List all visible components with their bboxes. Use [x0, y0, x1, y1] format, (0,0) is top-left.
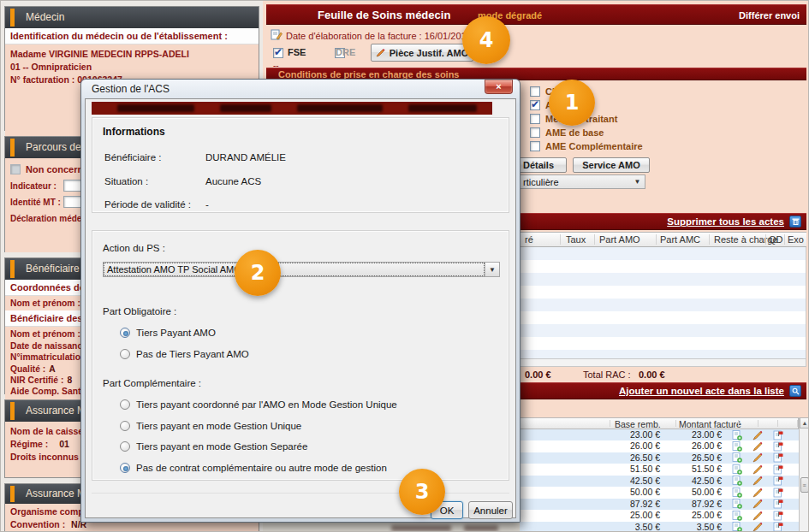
edit-pencil-icon[interactable]	[752, 430, 763, 440]
doc-add-icon[interactable]	[732, 476, 742, 486]
magnifier-icon[interactable]	[789, 385, 801, 397]
info-row-label: Période de validité :	[104, 199, 205, 210]
edit-pencil-icon[interactable]	[752, 441, 763, 452]
edit-pencil-icon[interactable]	[752, 488, 763, 498]
col-montant-fragment: ré	[525, 234, 533, 245]
doc-add-icon[interactable]	[732, 452, 742, 463]
edit-pencil-icon[interactable]	[752, 522, 763, 532]
fse-label: FSE	[288, 47, 306, 57]
radio-option[interactable]: Pas de contrat complémentaire ou autre m…	[120, 462, 397, 474]
doc-add-icon[interactable]	[732, 488, 742, 498]
condition-checkbox[interactable]	[530, 114, 540, 124]
condition-label: AME de base	[545, 127, 604, 138]
radio-option[interactable]: Tiers payant en mode Gestion Separée	[120, 440, 397, 452]
col-montant-facture: Montant facturé	[679, 419, 741, 429]
doc-add-icon[interactable]	[732, 511, 742, 521]
beneficiaire-row-value: 8	[67, 375, 72, 386]
radio-button[interactable]	[120, 349, 130, 359]
col-part-amc: Part AMC	[660, 234, 700, 245]
annuler-button[interactable]: Annuler	[468, 501, 513, 519]
montant-facture-value: 87.92 €	[692, 499, 722, 510]
montant-facture-value: 50.00 €	[692, 487, 722, 498]
radio-label: Tiers payant coordonné par l'AMO en Mode…	[136, 399, 397, 410]
beneficiaire-row-value: A	[49, 364, 55, 375]
radio-button[interactable]	[120, 399, 130, 410]
total-rac-value: 0.00 €	[639, 369, 665, 380]
condition-checkbox[interactable]	[530, 127, 540, 138]
piece-justif-amo-button[interactable]: Pièce Justif. AMO	[371, 44, 473, 62]
doc-add-icon[interactable]	[732, 441, 742, 452]
info-row-value: Aucune ACS	[205, 176, 261, 186]
part-obligatoire-options: Tiers Payant AMO Pas de Tiers Payant AMO	[120, 327, 249, 369]
close-icon[interactable]: ×	[485, 80, 513, 94]
radio-button[interactable]	[120, 463, 130, 473]
base-remb-value: 42.50 €	[630, 476, 660, 487]
montant-facture-value: 51.50 €	[692, 464, 722, 475]
action-ps-dropdown[interactable]: Attestation AMO TP Social AMO ▼	[103, 262, 500, 277]
callout-3: 3	[399, 469, 445, 515]
doc-flag-icon[interactable]	[773, 488, 783, 498]
radio-option[interactable]: Tiers payant coordonné par l'AMO en Mode…	[120, 399, 397, 411]
non-concerne-checkbox[interactable]	[10, 164, 21, 174]
supprimer-tous-actes-link[interactable]: Supprimer tous les actes	[667, 216, 784, 227]
radio-button[interactable]	[120, 441, 130, 452]
vertical-scrollbar[interactable]: ▲ ≡	[799, 417, 809, 532]
situation-dropdown[interactable]: rticulière ▼	[506, 174, 645, 189]
doc-flag-icon[interactable]	[773, 430, 783, 440]
fse-checkbox[interactable]	[273, 48, 283, 58]
condition-checkbox[interactable]	[530, 141, 540, 151]
montant-facture-value: 42.50 €	[692, 476, 722, 487]
service-amo-button[interactable]: Service AMO	[573, 157, 650, 173]
part-obligatoire-label: Part Obligatoire :	[103, 306, 176, 316]
edit-pencil-icon[interactable]	[752, 499, 763, 509]
radio-button[interactable]	[120, 421, 130, 431]
doc-flag-icon[interactable]	[773, 464, 783, 475]
doc-flag-icon[interactable]	[773, 476, 783, 486]
indicateur-label: Indicateur :	[10, 181, 63, 191]
facture-date-line: Date d'élaboration de la facture : 16/01…	[286, 31, 472, 41]
condition-checkbox[interactable]	[530, 100, 540, 110]
doc-flag-icon[interactable]	[773, 522, 783, 532]
condition-row[interactable]: AME de base	[530, 126, 718, 139]
identite-mt-label: Identité MT :	[10, 198, 63, 207]
trash-icon[interactable]	[789, 216, 801, 228]
radio-button[interactable]	[120, 328, 130, 338]
condition-row[interactable]: AME Complémentaire	[530, 139, 718, 153]
edit-pencil-icon[interactable]	[752, 464, 763, 475]
scrollbar-thumb[interactable]: ≡	[800, 477, 809, 493]
info-row: Bénéficiaire : DURAND AMÉLIE	[104, 152, 500, 163]
action-ps-label: Action du PS :	[103, 243, 165, 253]
info-row-value: -	[205, 199, 209, 210]
radio-option[interactable]: Tiers Payant AMO	[120, 327, 249, 339]
doc-add-icon[interactable]	[732, 430, 742, 440]
options-group: Action du PS : Attestation AMO TP Social…	[92, 230, 509, 481]
doc-add-icon[interactable]	[732, 522, 742, 532]
doc-add-icon[interactable]	[732, 464, 742, 475]
total-rac-label: Total RAC :	[583, 369, 631, 380]
ajouter-nouvel-acte-link[interactable]: Ajouter un nouvel acte dans la liste	[619, 386, 784, 396]
edit-pencil-icon[interactable]	[752, 452, 763, 463]
part-complementaire-options: Tiers payant coordonné par l'AMO en Mode…	[120, 399, 397, 482]
info-row-label: Bénéficiaire :	[104, 152, 205, 163]
doc-flag-icon[interactable]	[773, 441, 783, 452]
condition-label: AME Complémentaire	[545, 141, 643, 151]
condition-checkbox[interactable]	[530, 86, 540, 97]
edit-pencil-icon[interactable]	[752, 476, 763, 486]
base-remb-value: 23.00 €	[630, 429, 660, 440]
edit-pencil-icon[interactable]	[752, 511, 763, 521]
base-remb-value: 87.92 €	[630, 499, 660, 510]
col-taux: Taux	[566, 234, 586, 245]
redacted-header-bar	[92, 102, 492, 115]
col-part-amo: Part AMO	[599, 234, 640, 245]
doc-flag-icon[interactable]	[773, 452, 783, 463]
radio-label: Tiers Payant AMO	[136, 328, 216, 338]
radio-label: Tiers payant en mode Gestion Separée	[136, 441, 307, 452]
doc-flag-icon[interactable]	[773, 499, 783, 509]
radio-option[interactable]: Pas de Tiers Payant AMO	[120, 348, 249, 360]
situation-dropdown-value: rticulière	[508, 176, 629, 188]
scroll-up-arrow[interactable]: ▲	[800, 417, 809, 429]
doc-flag-icon[interactable]	[773, 511, 783, 521]
base-remb-value: 3.50 €	[635, 522, 660, 532]
radio-option[interactable]: Tiers payant en mode Gestion Unique	[120, 420, 397, 432]
doc-add-icon[interactable]	[732, 499, 742, 509]
